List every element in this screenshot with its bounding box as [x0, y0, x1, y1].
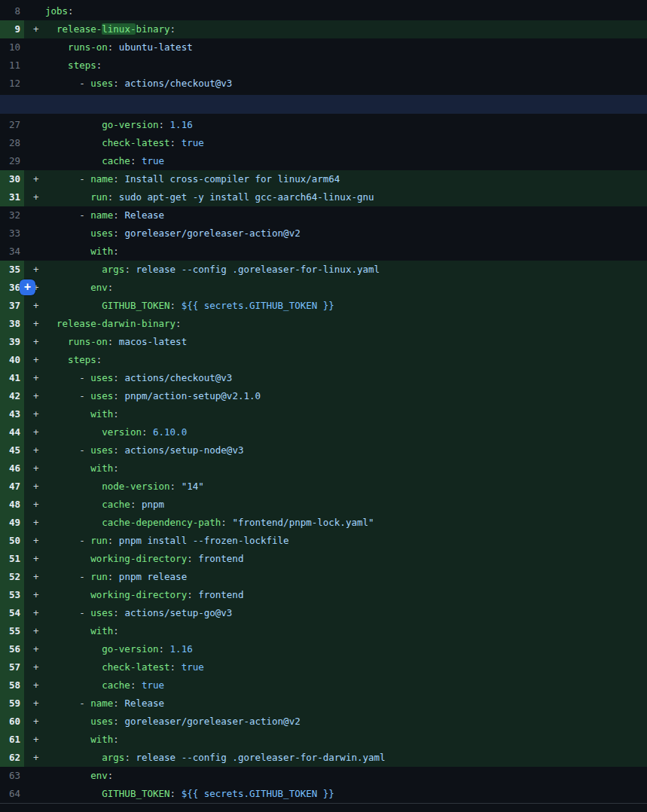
line-number[interactable]: 62 — [0, 749, 24, 767]
token-punc: - — [79, 78, 90, 89]
line-number[interactable]: 57 — [0, 658, 24, 676]
line-number[interactable]: 28 — [0, 134, 24, 152]
line-number[interactable]: 29 — [0, 152, 24, 170]
diff-line: 51 + working-directory: frontend — [0, 550, 647, 568]
line-number[interactable]: 32 — [0, 206, 24, 224]
token-key: node-version — [102, 481, 169, 492]
line-number[interactable]: 53 — [0, 586, 24, 604]
line-number[interactable]: 56 — [0, 640, 24, 658]
diff-add-marker: + — [33, 532, 39, 550]
line-number[interactable]: 43 — [0, 405, 24, 423]
line-number[interactable]: 47 — [0, 478, 24, 496]
line-number[interactable]: 40 — [0, 351, 24, 369]
line-number[interactable]: 59 — [0, 694, 24, 713]
token-key: version — [102, 426, 142, 438]
token-key: linux- — [102, 23, 136, 35]
line-number[interactable]: 58 — [0, 676, 24, 694]
code-line: + uses: goreleaser/goreleaser-action@v2 — [24, 713, 647, 731]
token-key: with — [90, 734, 113, 745]
token-punc: : — [170, 481, 182, 492]
line-number[interactable]: 8 — [0, 2, 24, 20]
line-number[interactable]: 37 — [0, 297, 24, 315]
token-key: uses — [90, 227, 113, 239]
line-number[interactable]: 45 — [0, 441, 24, 459]
line-number[interactable]: 10 — [0, 38, 24, 56]
diff-add-marker: + — [33, 676, 39, 694]
line-number[interactable]: 63 — [0, 767, 24, 785]
line-number[interactable]: 52 — [0, 568, 24, 586]
line-number[interactable]: 55 — [0, 622, 24, 640]
diff-line: 12 - uses: actions/checkout@v3 — [0, 75, 647, 93]
token-punc: - — [79, 535, 90, 546]
line-number[interactable]: 9 — [0, 20, 24, 38]
diff-add-marker: + — [33, 188, 39, 206]
diff-line: 44 + version: 6.10.0 — [0, 423, 647, 441]
token-val: actions/checkout@v3 — [124, 372, 232, 383]
diff-add-marker: + — [33, 694, 39, 713]
token-val: release --config .goreleaser-for-linux.y… — [136, 264, 380, 275]
line-number[interactable]: 50 — [0, 532, 24, 550]
token-key: with — [90, 408, 113, 420]
token-key: args — [102, 264, 124, 275]
line-number[interactable]: 60 — [0, 713, 24, 731]
diff-add-marker: + — [33, 405, 39, 423]
line-number[interactable]: 61 — [0, 731, 24, 749]
line-number[interactable]: 51 — [0, 550, 24, 568]
line-number[interactable]: 12 — [0, 75, 24, 93]
token-val: actions/setup-go@v3 — [124, 607, 232, 618]
token-key: working-directory — [90, 589, 187, 600]
diff-add-marker: + — [33, 640, 39, 658]
code-line: + with: — [24, 405, 647, 423]
diff-line: 42 + - uses: pnpm/action-setup@v2.1.0 — [0, 387, 647, 405]
diff-line: 38 + release-darwin-binary: — [0, 315, 647, 333]
line-number[interactable]: 49 — [0, 514, 24, 532]
token-key: uses — [90, 444, 113, 456]
token-key: uses — [90, 372, 113, 383]
diff-line: 39 + runs-on: macos-latest — [0, 333, 647, 351]
line-number[interactable]: 35 — [0, 261, 24, 279]
diff-add-marker: + — [33, 731, 39, 749]
diff-line: 63 env: — [0, 767, 647, 785]
token-val: pnpm install --frozen-lockfile — [119, 535, 289, 546]
code-line: GITHUB_TOKEN: ${{ secrets.GITHUB_TOKEN }… — [24, 785, 647, 803]
token-val: pnpm release — [119, 571, 187, 582]
diff-add-marker: + — [33, 297, 39, 315]
diff-bottom-border — [0, 803, 647, 812]
diff-line: 58 + cache: true — [0, 676, 647, 694]
diff-add-marker: + — [33, 478, 39, 496]
diff-add-marker: + — [33, 170, 39, 188]
line-number[interactable]: 33 — [0, 224, 24, 243]
code-line: - uses: actions/checkout@v3 — [24, 75, 647, 93]
line-number[interactable]: 44 — [0, 423, 24, 441]
token-punc: : — [159, 643, 170, 655]
expand-hunk-bar[interactable] — [0, 95, 647, 114]
code-line: + release-darwin-binary: — [24, 315, 647, 333]
diff-add-marker: + — [33, 550, 39, 568]
token-val: pnpm — [142, 499, 164, 510]
diff-line: 45 + - uses: actions/setup-node@v3 — [0, 441, 647, 459]
token-num: true — [182, 661, 204, 673]
code-line: + - name: Install cross-compiler for lin… — [24, 170, 647, 188]
token-num: ${{ secrets.GITHUB_TOKEN }} — [182, 300, 334, 311]
line-number[interactable]: 54 — [0, 604, 24, 622]
code-line: + working-directory: frontend — [24, 586, 647, 604]
line-number[interactable]: 11 — [0, 56, 24, 75]
line-number[interactable]: 48 — [0, 496, 24, 514]
diff-add-marker: + — [33, 749, 39, 767]
line-number[interactable]: 39 — [0, 333, 24, 351]
add-line-comment-button[interactable]: + — [20, 279, 35, 295]
line-number[interactable]: 42 — [0, 387, 24, 405]
diff-line: 54 + - uses: actions/setup-go@v3 — [0, 604, 647, 622]
line-number[interactable]: 27 — [0, 116, 24, 134]
line-number[interactable]: 38 — [0, 315, 24, 333]
code-line: steps: — [24, 56, 647, 75]
line-number[interactable]: 31 — [0, 188, 24, 206]
line-number[interactable]: 64 — [0, 785, 24, 803]
line-number[interactable]: 30 — [0, 170, 24, 188]
line-number[interactable]: 41 — [0, 369, 24, 387]
token-key: cache — [102, 499, 130, 510]
line-number[interactable]: 46 — [0, 459, 24, 478]
diff-line: 8 jobs: — [0, 2, 647, 20]
line-number[interactable]: 34 — [0, 243, 24, 261]
code-line: + cache: true — [24, 676, 647, 694]
